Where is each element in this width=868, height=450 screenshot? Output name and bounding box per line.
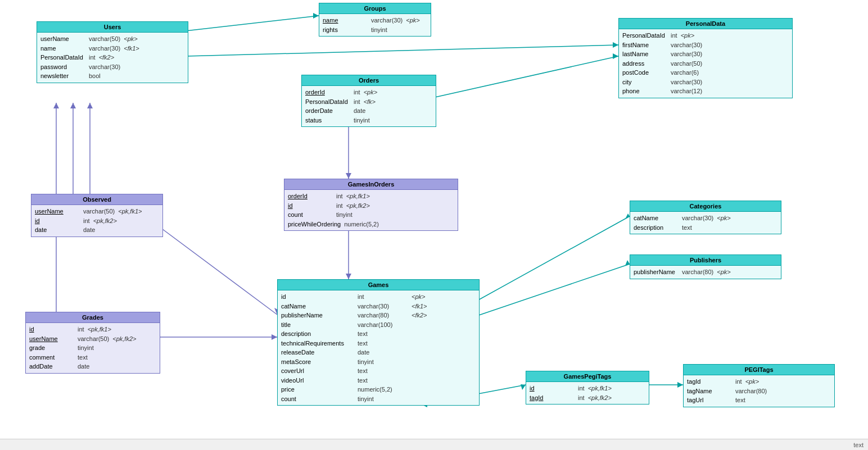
field-key: <pk,fk2>	[588, 393, 612, 403]
field-name: userName	[40, 34, 85, 44]
status-text: text	[853, 442, 864, 448]
field-name: PersonalDataId	[622, 31, 667, 40]
table-row: rights tinyint	[323, 25, 427, 35]
field-name: count	[281, 394, 354, 404]
field-key: <fk>	[364, 97, 376, 107]
field-type: int	[354, 88, 360, 97]
field-type: int	[78, 325, 84, 334]
svg-marker-28	[677, 382, 683, 388]
field-name: metaScore	[281, 357, 354, 367]
field-type: text	[358, 339, 368, 348]
table-row: count tinyint	[281, 394, 476, 404]
gamesinorders-table: GamesInOrders orderId int <pk,fk1> id in…	[284, 179, 458, 231]
table-row: technicalRequirements text	[281, 339, 476, 348]
field-type: bool	[89, 71, 101, 81]
field-name: name	[323, 16, 368, 25]
field-type: date	[83, 225, 95, 235]
table-row: PersonalDataId int <fk>	[305, 97, 432, 107]
field-name: userName	[35, 207, 80, 216]
table-row: orderId int <pk,fk1>	[288, 192, 454, 201]
table-row: title varchar(100)	[281, 320, 476, 330]
personaldata-header: PersonalData	[619, 19, 792, 29]
table-row: releaseDate date	[281, 348, 476, 357]
status-bar: text	[0, 439, 868, 450]
users-title: Users	[104, 24, 121, 30]
field-type: int	[354, 97, 360, 107]
grades-body: id int <pk,fk1> userName varchar(50) <pk…	[26, 323, 160, 373]
table-row: userName varchar(50) <pk,fk2>	[29, 334, 156, 344]
field-name: catName	[281, 302, 354, 311]
table-row: addDate date	[29, 362, 156, 371]
categories-header: Categories	[630, 201, 781, 212]
field-key: <fk2>	[412, 311, 427, 320]
field-key: <pk>	[412, 292, 425, 302]
svg-marker-21	[625, 213, 630, 219]
field-key: <fk2>	[99, 53, 115, 62]
table-row: id int <pk,fk1>	[530, 384, 645, 393]
field-key: <pk>	[745, 377, 759, 387]
observed-header: Observed	[31, 194, 162, 205]
field-key: <pk,fk2>	[93, 216, 117, 226]
field-name: status	[305, 116, 350, 125]
svg-marker-3	[613, 42, 618, 48]
field-type: varchar(30)	[671, 78, 702, 87]
field-key: <pk,fk1>	[346, 192, 370, 201]
field-name: tagUrl	[687, 396, 732, 405]
field-type: varchar(100)	[358, 320, 392, 330]
field-key: <pk,fk1>	[588, 384, 612, 393]
categories-body: catName varchar(30) <pk> description tex…	[630, 212, 781, 234]
table-row: videoUrl text	[281, 376, 476, 385]
field-type: text	[78, 353, 88, 362]
field-name: orderId	[305, 88, 350, 97]
field-type: int	[336, 201, 343, 211]
orders-header: Orders	[302, 75, 436, 86]
table-row: userName varchar(50) <pk>	[40, 34, 184, 44]
field-name: postCode	[622, 68, 667, 78]
table-row: priceWhileOrdering numeric(5,2)	[288, 220, 454, 229]
table-row: catName varchar(30) <fk1>	[281, 302, 476, 311]
users-body: userName varchar(50) <pk> name varchar(3…	[37, 33, 188, 83]
publishers-header: Publishers	[630, 255, 781, 266]
observed-table: Observed userName varchar(50) <pk,fk1> i…	[31, 194, 163, 237]
pegitags-header: PEGITags	[684, 365, 834, 375]
table-row: id int <pk,fk2>	[35, 216, 159, 226]
table-row: publisherName varchar(80) <fk2>	[281, 311, 476, 320]
field-key: <pk>	[406, 16, 419, 25]
field-key: <pk>	[364, 88, 377, 97]
grades-table: Grades id int <pk,fk1> userName varchar(…	[25, 312, 160, 374]
gamespegitagss-header: GamesPegiTags	[526, 371, 649, 382]
categories-table: Categories catName varchar(30) <pk> desc…	[630, 201, 781, 234]
field-type: int	[671, 31, 677, 40]
field-name: tagName	[687, 387, 732, 396]
table-row: userName varchar(50) <pk,fk1>	[35, 207, 159, 216]
field-name: phone	[622, 87, 667, 96]
field-name: grade	[29, 343, 74, 353]
games-body: id int <pk> catName varchar(30) <fk1> pu…	[278, 290, 479, 405]
table-row: tagId int <pk>	[687, 377, 831, 387]
field-type: text	[682, 223, 692, 233]
pegitags-table: PEGITags tagId int <pk> tagName varchar(…	[683, 364, 835, 407]
field-type: date	[354, 106, 365, 116]
pegitags-title: PEGITags	[744, 366, 773, 373]
field-type: varchar(80)	[735, 387, 767, 396]
table-row: id int <pk>	[281, 292, 476, 302]
games-title: Games	[368, 281, 389, 288]
field-name: newsletter	[40, 71, 85, 81]
field-name: id	[281, 292, 354, 302]
field-name: publisherName	[281, 311, 354, 320]
field-key: <pk,fk1>	[88, 325, 111, 334]
field-type: int	[89, 53, 96, 62]
field-type: varchar(30)	[671, 49, 702, 59]
personaldata-title: PersonalData	[686, 20, 725, 27]
games-header: Games	[278, 280, 479, 290]
table-row: postCode varchar(6)	[622, 68, 789, 78]
orders-body: orderId int <pk> PersonalDataId int <fk>…	[302, 86, 436, 126]
field-type: numeric(5,2)	[344, 220, 379, 229]
field-name: tagId	[530, 393, 575, 403]
table-row: address varchar(50)	[622, 59, 789, 69]
field-type: varchar(30)	[682, 213, 713, 223]
field-name: addDate	[29, 362, 74, 371]
field-type: int	[336, 192, 343, 201]
categories-title: Categories	[690, 203, 722, 210]
field-key: <pk,fk1>	[118, 207, 142, 216]
